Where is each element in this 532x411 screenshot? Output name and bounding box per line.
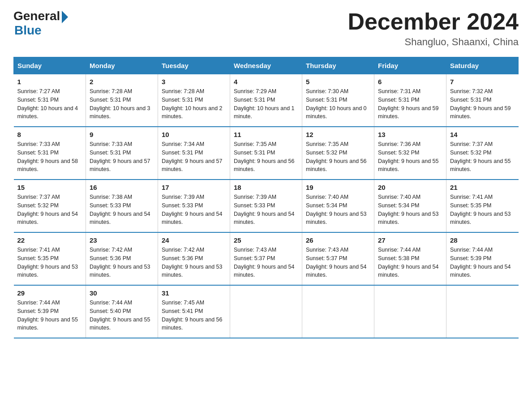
- day-cell: 25 Sunrise: 7:43 AMSunset: 5:37 PMDaylig…: [230, 232, 302, 285]
- day-info: Sunrise: 7:32 AMSunset: 5:31 PMDaylight:…: [450, 87, 515, 121]
- day-cell: 24 Sunrise: 7:42 AMSunset: 5:36 PMDaylig…: [158, 232, 230, 285]
- day-number: 21: [450, 184, 515, 191]
- day-number: 14: [450, 131, 515, 138]
- day-number: 23: [90, 236, 154, 244]
- day-cell: 22 Sunrise: 7:41 AMSunset: 5:35 PMDaylig…: [14, 232, 86, 285]
- day-number: 29: [17, 289, 82, 297]
- day-info: Sunrise: 7:27 AMSunset: 5:31 PMDaylight:…: [17, 87, 82, 121]
- day-info: Sunrise: 7:33 AMSunset: 5:31 PMDaylight:…: [17, 140, 82, 174]
- day-number: 24: [162, 236, 226, 244]
- header-sunday: Sunday: [14, 57, 86, 74]
- day-cell: [374, 285, 446, 338]
- day-number: 25: [234, 236, 298, 244]
- header-tuesday: Tuesday: [158, 57, 230, 74]
- header-friday: Friday: [374, 57, 446, 74]
- week-row-2: 8 Sunrise: 7:33 AMSunset: 5:31 PMDayligh…: [14, 127, 519, 180]
- day-info: Sunrise: 7:40 AMSunset: 5:34 PMDaylight:…: [306, 193, 370, 227]
- day-cell: 23 Sunrise: 7:42 AMSunset: 5:36 PMDaylig…: [86, 232, 158, 285]
- day-cell: [230, 285, 302, 338]
- day-number: 15: [17, 184, 82, 191]
- day-cell: 19 Sunrise: 7:40 AMSunset: 5:34 PMDaylig…: [302, 180, 374, 232]
- day-info: Sunrise: 7:29 AMSunset: 5:31 PMDaylight:…: [234, 87, 298, 121]
- week-row-3: 15 Sunrise: 7:37 AMSunset: 5:32 PMDaylig…: [14, 180, 519, 232]
- day-info: Sunrise: 7:42 AMSunset: 5:36 PMDaylight:…: [90, 246, 154, 279]
- day-cell: 12 Sunrise: 7:35 AMSunset: 5:32 PMDaylig…: [302, 127, 374, 180]
- week-row-5: 29 Sunrise: 7:44 AMSunset: 5:39 PMDaylig…: [14, 285, 519, 338]
- day-info: Sunrise: 7:43 AMSunset: 5:37 PMDaylight:…: [306, 246, 370, 279]
- day-info: Sunrise: 7:38 AMSunset: 5:33 PMDaylight:…: [90, 193, 154, 227]
- day-info: Sunrise: 7:34 AMSunset: 5:31 PMDaylight:…: [162, 140, 226, 174]
- day-number: 13: [378, 131, 442, 138]
- day-info: Sunrise: 7:39 AMSunset: 5:33 PMDaylight:…: [162, 193, 226, 227]
- day-number: 30: [90, 289, 154, 297]
- day-number: 4: [234, 78, 298, 86]
- day-number: 11: [234, 131, 298, 138]
- day-number: 27: [378, 236, 442, 244]
- page-header: General Blue December 2024 Shangluo, Sha…: [13, 9, 519, 48]
- day-cell: 10 Sunrise: 7:34 AMSunset: 5:31 PMDaylig…: [158, 127, 230, 180]
- day-info: Sunrise: 7:43 AMSunset: 5:37 PMDaylight:…: [234, 246, 298, 279]
- day-cell: 17 Sunrise: 7:39 AMSunset: 5:33 PMDaylig…: [158, 180, 230, 232]
- day-cell: 9 Sunrise: 7:33 AMSunset: 5:31 PMDayligh…: [86, 127, 158, 180]
- day-number: 19: [306, 184, 370, 191]
- day-number: 8: [17, 131, 82, 138]
- day-number: 5: [306, 78, 370, 86]
- day-cell: 28 Sunrise: 7:44 AMSunset: 5:39 PMDaylig…: [446, 232, 519, 285]
- day-number: 6: [378, 78, 442, 86]
- day-cell: 15 Sunrise: 7:37 AMSunset: 5:32 PMDaylig…: [14, 180, 86, 232]
- day-cell: 7 Sunrise: 7:32 AMSunset: 5:31 PMDayligh…: [446, 74, 519, 127]
- day-info: Sunrise: 7:44 AMSunset: 5:39 PMDaylight:…: [450, 246, 515, 279]
- day-info: Sunrise: 7:36 AMSunset: 5:32 PMDaylight:…: [378, 140, 442, 174]
- title-block: December 2024 Shangluo, Shaanxi, China: [348, 9, 519, 48]
- day-cell: 5 Sunrise: 7:30 AMSunset: 5:31 PMDayligh…: [302, 74, 374, 127]
- day-info: Sunrise: 7:37 AMSunset: 5:32 PMDaylight:…: [17, 193, 82, 227]
- day-info: Sunrise: 7:44 AMSunset: 5:38 PMDaylight:…: [378, 246, 442, 279]
- header-saturday: Saturday: [446, 57, 519, 74]
- calendar-table: SundayMondayTuesdayWednesdayThursdayFrid…: [13, 57, 519, 338]
- week-row-4: 22 Sunrise: 7:41 AMSunset: 5:35 PMDaylig…: [14, 232, 519, 285]
- day-cell: 18 Sunrise: 7:39 AMSunset: 5:33 PMDaylig…: [230, 180, 302, 232]
- day-cell: 1 Sunrise: 7:27 AMSunset: 5:31 PMDayligh…: [14, 74, 86, 127]
- month-title: December 2024: [348, 9, 519, 34]
- header-wednesday: Wednesday: [230, 57, 302, 74]
- day-number: 17: [162, 184, 226, 191]
- day-info: Sunrise: 7:35 AMSunset: 5:32 PMDaylight:…: [306, 140, 370, 174]
- day-info: Sunrise: 7:44 AMSunset: 5:39 PMDaylight:…: [17, 299, 82, 332]
- header-monday: Monday: [86, 57, 158, 74]
- logo-blue-text: Blue: [14, 23, 42, 38]
- day-number: 18: [234, 184, 298, 191]
- day-cell: 30 Sunrise: 7:44 AMSunset: 5:40 PMDaylig…: [86, 285, 158, 338]
- header-thursday: Thursday: [302, 57, 374, 74]
- day-cell: 6 Sunrise: 7:31 AMSunset: 5:31 PMDayligh…: [374, 74, 446, 127]
- day-cell: 27 Sunrise: 7:44 AMSunset: 5:38 PMDaylig…: [374, 232, 446, 285]
- day-info: Sunrise: 7:40 AMSunset: 5:34 PMDaylight:…: [378, 193, 442, 227]
- day-cell: 29 Sunrise: 7:44 AMSunset: 5:39 PMDaylig…: [14, 285, 86, 338]
- day-number: 2: [90, 78, 154, 86]
- day-cell: 21 Sunrise: 7:41 AMSunset: 5:35 PMDaylig…: [446, 180, 519, 232]
- day-info: Sunrise: 7:33 AMSunset: 5:31 PMDaylight:…: [90, 140, 154, 174]
- day-info: Sunrise: 7:37 AMSunset: 5:32 PMDaylight:…: [450, 140, 515, 174]
- day-cell: 16 Sunrise: 7:38 AMSunset: 5:33 PMDaylig…: [86, 180, 158, 232]
- day-number: 7: [450, 78, 515, 86]
- day-number: 22: [17, 236, 82, 244]
- day-cell: [446, 285, 519, 338]
- day-info: Sunrise: 7:41 AMSunset: 5:35 PMDaylight:…: [450, 193, 515, 227]
- day-cell: 4 Sunrise: 7:29 AMSunset: 5:31 PMDayligh…: [230, 74, 302, 127]
- day-info: Sunrise: 7:31 AMSunset: 5:31 PMDaylight:…: [378, 87, 442, 121]
- day-cell: 14 Sunrise: 7:37 AMSunset: 5:32 PMDaylig…: [446, 127, 519, 180]
- day-cell: [302, 285, 374, 338]
- day-number: 31: [162, 289, 226, 297]
- day-info: Sunrise: 7:41 AMSunset: 5:35 PMDaylight:…: [17, 246, 82, 279]
- logo-general-text: General: [13, 9, 60, 23]
- day-info: Sunrise: 7:28 AMSunset: 5:31 PMDaylight:…: [162, 87, 226, 121]
- day-info: Sunrise: 7:45 AMSunset: 5:41 PMDaylight:…: [162, 299, 226, 332]
- day-info: Sunrise: 7:30 AMSunset: 5:31 PMDaylight:…: [306, 87, 370, 121]
- day-cell: 11 Sunrise: 7:35 AMSunset: 5:31 PMDaylig…: [230, 127, 302, 180]
- location-title: Shangluo, Shaanxi, China: [348, 36, 519, 48]
- day-number: 10: [162, 131, 226, 138]
- week-row-1: 1 Sunrise: 7:27 AMSunset: 5:31 PMDayligh…: [14, 74, 519, 127]
- day-cell: 20 Sunrise: 7:40 AMSunset: 5:34 PMDaylig…: [374, 180, 446, 232]
- day-cell: 13 Sunrise: 7:36 AMSunset: 5:32 PMDaylig…: [374, 127, 446, 180]
- day-info: Sunrise: 7:44 AMSunset: 5:40 PMDaylight:…: [90, 299, 154, 332]
- day-cell: 31 Sunrise: 7:45 AMSunset: 5:41 PMDaylig…: [158, 285, 230, 338]
